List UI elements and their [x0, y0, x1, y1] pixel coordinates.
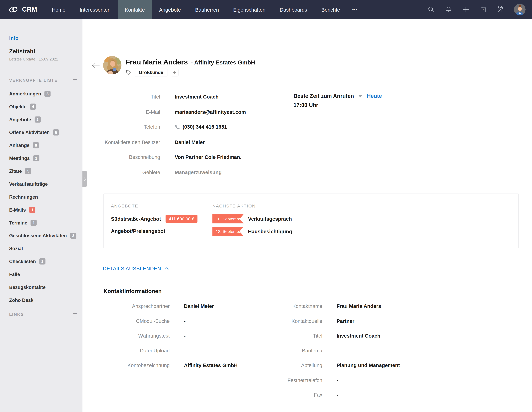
count-badge: 6 — [33, 142, 39, 148]
heute-link[interactable]: Heute — [367, 93, 382, 99]
best-time-block: Beste Zeit zum Anrufen Heute 17:00 Uhr — [294, 93, 382, 108]
sidebar-item-checklisten[interactable]: Checklisten1 — [9, 255, 82, 268]
count-badge: 1 — [29, 207, 35, 213]
add-tag-button[interactable]: + — [171, 69, 178, 76]
navbar-actions: 31 — [428, 0, 532, 19]
tools-icon[interactable] — [497, 6, 504, 13]
last-update-text: Letztes Update : 15.09.2021 — [9, 57, 82, 61]
crm-logo-icon — [8, 6, 19, 13]
contact-photo[interactable] — [103, 56, 122, 74]
nav-tabs: Home Interessenten Kontakte Angebote Bau… — [45, 0, 363, 19]
sidebar-collapse-handle[interactable] — [83, 171, 87, 187]
sidebar-item-zitate[interactable]: Zitate5 — [9, 165, 82, 178]
offer-link[interactable]: Südstrsaße-Angebot — [111, 216, 161, 222]
chevron-right-icon — [83, 177, 86, 181]
nav-tab-berichte[interactable]: Berichte — [314, 0, 347, 19]
brand-label: CRM — [22, 6, 37, 13]
offer-link[interactable]: Angebot/Preisangebot — [111, 228, 165, 234]
info-row-datei-upload: Datei-Upload- — [94, 346, 238, 355]
field-row-titel: Titel Investment Coach — [94, 93, 246, 101]
sidebar-item-termine[interactable]: Termine1 — [9, 216, 82, 229]
count-badge: 5 — [25, 168, 31, 174]
sidebar-item-meetings[interactable]: Meetings1 — [9, 152, 82, 165]
field-row-email: E-Mail mariaanders@affinityest.com — [94, 108, 246, 116]
contact-company: - Affinity Estates GmbH — [191, 59, 255, 66]
info-row-ansprechpartner: AnsprechpartnerDaniel Meier — [94, 302, 238, 310]
sidebar-item-zoho-desk[interactable]: Zoho Desk — [9, 294, 82, 307]
next-action-column: NÄCHSTE AKTION 10. September Verkaufsges… — [205, 194, 292, 248]
action-row: 10. September Verkaufsgespräch — [212, 214, 292, 223]
sidebar-item-angebote[interactable]: Angebote2 — [9, 113, 82, 126]
field-row-gebiete: Gebiete Managerzuweisung — [94, 168, 246, 177]
summary-card: ANGEBOTE Südstrsaße-Angebot 411.600,00 €… — [104, 194, 519, 248]
field-row-besitzer: Kontaktiere den Besitzer Daniel Meier — [94, 138, 246, 146]
app-window: CRM Home Interessenten Kontakte Angebote… — [0, 0, 532, 412]
count-badge: 1 — [33, 155, 39, 161]
info-row-kontobezeichnung: KontobezeichnungAffinity Estates GmbH — [94, 361, 238, 370]
nav-tab-eigenschaften[interactable]: Eigenschaften — [226, 0, 273, 19]
back-arrow-icon[interactable] — [91, 62, 100, 69]
sidebar-item-emails[interactable]: E-Mails1 — [9, 203, 82, 216]
date-ribbon: 12. September — [212, 227, 244, 236]
nav-tab-home[interactable]: Home — [45, 0, 73, 19]
action-link[interactable]: Verkaufsgespräch — [248, 216, 292, 222]
calendar-icon[interactable]: 31 — [479, 6, 487, 13]
offer-row: Angebot/Preisangebot — [111, 226, 205, 235]
create-plus-icon[interactable] — [462, 6, 470, 13]
info-row-baufirma: Baufirma- — [247, 346, 400, 355]
details-toggle[interactable]: DETAILS AUSBLENDEN — [103, 265, 169, 271]
sidebar-item-anmerkungen[interactable]: Anmerkungen3 — [9, 87, 82, 100]
search-icon[interactable] — [428, 6, 435, 13]
tag-row: Großkunde + — [126, 69, 179, 76]
phone-icon — [175, 125, 180, 130]
sidebar-item-geschlossene-aktivitaeten[interactable]: Geschlossene Aktivitäten3 — [9, 229, 82, 242]
sidebar-item-rechnungen[interactable]: Rechnungen — [9, 190, 82, 203]
sidebar-item-faelle[interactable]: Fälle — [9, 268, 82, 281]
nav-tab-interessenten[interactable]: Interessenten — [73, 0, 117, 19]
field-row-telefon: Telefon (030) 344 416 1631 — [94, 123, 246, 131]
tag-chip-grosskunde[interactable]: Großkunde — [134, 69, 168, 76]
add-related-list-button[interactable]: + — [73, 76, 77, 83]
caret-down-icon[interactable] — [358, 95, 362, 97]
links-header: LINKS + — [9, 312, 82, 317]
sidebar-item-zeitstrahl[interactable]: Zeitstrahl — [9, 48, 82, 55]
count-badge: 4 — [30, 104, 36, 110]
sidebar-item-sozial[interactable]: Sozial — [9, 242, 82, 255]
offers-title: ANGEBOTE — [111, 203, 205, 209]
count-badge: 3 — [70, 233, 76, 239]
count-badge: 2 — [35, 117, 41, 123]
info-row-waehrungstest: Währungstest- — [94, 332, 238, 340]
email-value[interactable]: mariaanders@affinityest.com — [175, 108, 246, 116]
date-ribbon: 10. September — [212, 214, 244, 223]
bell-icon[interactable] — [445, 6, 452, 13]
phone-value[interactable]: (030) 344 416 1631 — [182, 123, 227, 131]
action-link[interactable]: Hausbesichtigung — [248, 228, 292, 234]
add-link-button[interactable]: + — [73, 310, 77, 317]
sidebar-item-verkaufsauftraege[interactable]: Verkaufsaufträge — [9, 177, 82, 190]
sidebar-item-offene-aktivitaeten[interactable]: Offene Aktivitäten5 — [9, 126, 82, 139]
nav-tab-kontakte[interactable]: Kontakte — [118, 0, 152, 19]
count-badge: 1 — [31, 220, 37, 226]
info-row-festnetztelefon: Festnetztelefon- — [247, 376, 400, 384]
nav-tab-overflow[interactable]: ••• — [347, 0, 362, 19]
nav-tab-bauherren[interactable]: Bauherren — [188, 0, 226, 19]
contact-name: Frau Maria Anders — [126, 58, 188, 66]
offers-column: ANGEBOTE Südstrsaße-Angebot 411.600,00 €… — [104, 194, 205, 248]
linked-list-title: VERKNÜPFTE LISTE — [9, 78, 57, 83]
nav-tab-angebote[interactable]: Angebote — [152, 0, 188, 19]
contact-info-right-column: KontaktnameFrau Maria Anders Kontaktquel… — [247, 302, 400, 405]
count-badge: 5 — [53, 129, 59, 136]
action-row: 12. September Hausbesichtigung — [212, 227, 292, 236]
links-title: LINKS — [9, 312, 24, 317]
sidebar-item-info[interactable]: Info — [9, 35, 82, 41]
sidebar-item-objekte[interactable]: Objekte4 — [9, 100, 82, 113]
contact-info-heading: Kontaktinformationen — [104, 288, 162, 294]
user-avatar[interactable] — [514, 4, 525, 15]
sidebar-item-bezugskontakte[interactable]: Bezugskontakte — [9, 281, 82, 294]
best-time-value: 17:00 Uhr — [294, 102, 382, 108]
sidebar-item-anhaenge[interactable]: Anhänge6 — [9, 139, 82, 152]
info-row-cmodul-suche: CModul-Suche- — [94, 317, 238, 325]
brand[interactable]: CRM — [0, 0, 45, 19]
nav-tab-dashboards[interactable]: Dashboards — [273, 0, 314, 19]
offer-row: Südstrsaße-Angebot 411.600,00 € — [111, 214, 205, 223]
